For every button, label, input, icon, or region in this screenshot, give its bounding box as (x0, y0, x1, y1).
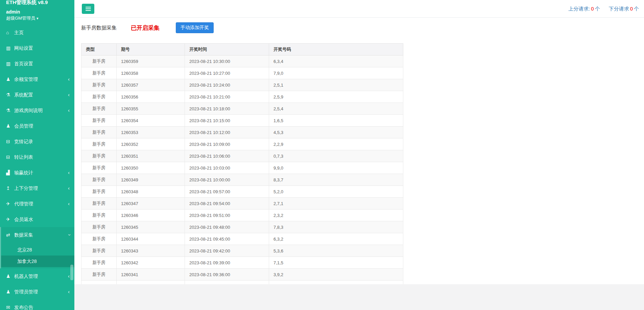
page-heading: 新手房数据采集 已开启采集 手动添加开奖 (81, 22, 637, 33)
sidebar-item-label: 管理员管理 (14, 289, 38, 294)
chevron-left-icon: ‹ (68, 108, 70, 113)
sidebar-item[interactable]: ⇄数据采集‹ (1, 227, 74, 243)
table-cell: 0,7,3 (269, 150, 403, 162)
table-cell: 1260348 (117, 186, 185, 198)
table-cell: 新手房 (81, 233, 117, 245)
table-cell: 2,3,2 (269, 209, 403, 221)
table-cell: 2023-08-21 09:42:00 (185, 245, 269, 257)
sidebar-item-label: 网站设置 (14, 45, 33, 51)
table-cell: 6,3,2 (269, 233, 403, 245)
table-cell: 6,3,4 (269, 56, 403, 67)
table-cell: 2,5,9 (269, 91, 403, 103)
sidebar-subitem[interactable]: 加拿大28 (1, 256, 74, 267)
chevron-left-icon: ‹ (68, 185, 70, 191)
user-icon: ♟ (6, 123, 14, 129)
table-row: 新手房12603562023-08-21 10:21:002,5,9 (81, 91, 403, 103)
table-cell: 5,2,0 (269, 186, 403, 198)
sidebar-item[interactable]: ✈会员返水 (0, 212, 74, 227)
table-row: 新手房12603542023-08-21 10:15:001,6,5 (81, 115, 403, 127)
sidebar-item[interactable]: ▟输赢统计‹ (0, 165, 74, 180)
topbar: 上分请求:0个 下分请求0个 (74, 0, 644, 18)
sidebar-submenu: 北京28加拿大28 (1, 243, 74, 268)
sidebar-item[interactable]: ♟会员管理 (0, 118, 74, 134)
up-score-label: 上分请求: (568, 6, 590, 12)
sidebar-item[interactable]: ⊟竞猜记录 (0, 134, 74, 149)
arrow-up-icon: ↥ (6, 185, 14, 191)
table-cell: 新手房 (81, 138, 117, 150)
username: admin (0, 5, 74, 15)
sidebar-item[interactable]: ↥上下分管理‹ (0, 180, 74, 196)
down-score-label: 下分请求 (609, 6, 629, 12)
table-cell: 2023-08-21 10:15:00 (185, 115, 269, 127)
sidebar-item[interactable]: ♟管理员管理‹ (0, 284, 74, 300)
sidebar-item[interactable]: ✈代理管理‹ (0, 196, 74, 212)
table-row: 新手房12603422023-08-21 09:39:007,1,5 (81, 257, 403, 269)
car-icon: ⊟ (6, 139, 14, 144)
table-cell: 1260346 (117, 209, 185, 221)
sidebar: ETH管理系统 v8.9 admin 超级GM管理员▾ ⌂主页▥网站设置▥首页设… (0, 0, 74, 310)
sidebar-section: ✈会员返水 (0, 212, 74, 227)
topbar-links: 上分请求:0个 下分请求0个 (568, 0, 639, 18)
table-cell: 新手房 (81, 79, 117, 91)
table-cell: 2023-08-21 10:09:00 (185, 138, 269, 150)
sidebar-toggle-button[interactable] (82, 4, 94, 14)
sidebar-section: ⊟竞猜记录 (0, 134, 74, 149)
flask-icon: ⚗ (6, 92, 14, 97)
table-row: 新手房12603572023-08-21 10:24:002,5,1 (81, 79, 403, 91)
manual-add-draw-button[interactable]: 手动添加开奖 (176, 22, 214, 33)
user-role-label: 超级GM管理员 (6, 16, 35, 21)
table-cell: 2023-08-21 10:00:00 (185, 174, 269, 186)
sidebar-item[interactable]: ♟余额宝管理‹ (0, 71, 74, 87)
table-cell: 2023-08-21 09:39:00 (185, 257, 269, 269)
sidebar-section: ⊟转让列表 (0, 149, 74, 165)
sidebar-item-label: 系统配置 (14, 92, 33, 97)
up-score-suffix: 个 (595, 6, 600, 12)
sidebar-section: ↥上下分管理‹ (0, 180, 74, 196)
flask-icon: ⚗ (6, 108, 14, 113)
sidebar-subitem[interactable]: 北京28 (1, 244, 74, 256)
table-cell: 1260344 (117, 233, 185, 245)
table-cell: 新手房 (81, 91, 117, 103)
table-cell: 新手房 (81, 257, 117, 269)
sidebar-item-label: 转让列表 (14, 154, 33, 160)
table-cell: 1,6,5 (269, 115, 403, 127)
sidebar-item[interactable]: ⚗游戏房间说明‹ (0, 103, 74, 118)
sidebar-item[interactable]: ⊟转让列表 (0, 149, 74, 165)
table-cell: 新手房 (81, 115, 117, 127)
sidebar-section: ⇄数据采集‹北京28加拿大28 (0, 227, 74, 268)
table-cell: 2023-08-21 09:54:00 (185, 198, 269, 209)
table-row-partial (81, 281, 403, 285)
user-role-dropdown[interactable]: 超级GM管理员▾ (0, 15, 74, 25)
sidebar-item[interactable]: ⚗系统配置‹ (0, 87, 74, 103)
up-score-count: 0 (591, 6, 594, 12)
table-cell: 2023-08-21 09:57:00 (185, 186, 269, 198)
table-row: 新手房12603492023-08-21 10:00:008,3,7 (81, 174, 403, 186)
sidebar-item-label: 会员管理 (14, 123, 33, 129)
hamburger-icon (86, 7, 91, 7)
table-cell: 新手房 (81, 174, 117, 186)
sidebar-item[interactable]: ♟机器人管理‹ (0, 268, 74, 284)
sidebar-item-label: 代理管理 (14, 201, 33, 206)
sidebar-item[interactable]: ⌂主页 (0, 25, 74, 40)
table-cell: 2023-08-21 10:21:00 (185, 91, 269, 103)
up-score-requests-link[interactable]: 上分请求:0个 (568, 6, 600, 12)
table-cell: 新手房 (81, 209, 117, 221)
table-cell: 1260355 (117, 103, 185, 115)
sidebar-item[interactable]: ▥首页设置 (0, 56, 74, 71)
sidebar-item-label: 竞猜记录 (14, 139, 33, 144)
table-cell: 2023-08-21 10:18:00 (185, 103, 269, 115)
table-cell: 新手房 (81, 150, 117, 162)
down-score-suffix: 个 (634, 6, 639, 12)
table-row: 新手房12603522023-08-21 10:09:002,2,9 (81, 138, 403, 150)
table-row: 新手房12603482023-08-21 09:57:005,2,0 (81, 186, 403, 198)
sidebar-section: ♟机器人管理‹ (0, 268, 74, 284)
column-header: 开奖号码 (269, 44, 403, 56)
sidebar-item[interactable]: ▥网站设置 (0, 40, 74, 56)
columns-icon: ▥ (6, 45, 14, 51)
down-score-requests-link[interactable]: 下分请求0个 (609, 6, 639, 12)
sidebar-scrollbar-thumb[interactable] (70, 265, 73, 280)
table-row: 新手房12603592023-08-21 10:30:006,3,4 (81, 56, 403, 67)
table-cell: 1260359 (117, 56, 185, 67)
sidebar-item[interactable]: ✉发布公告 (0, 300, 74, 310)
table-cell: 新手房 (81, 198, 117, 209)
